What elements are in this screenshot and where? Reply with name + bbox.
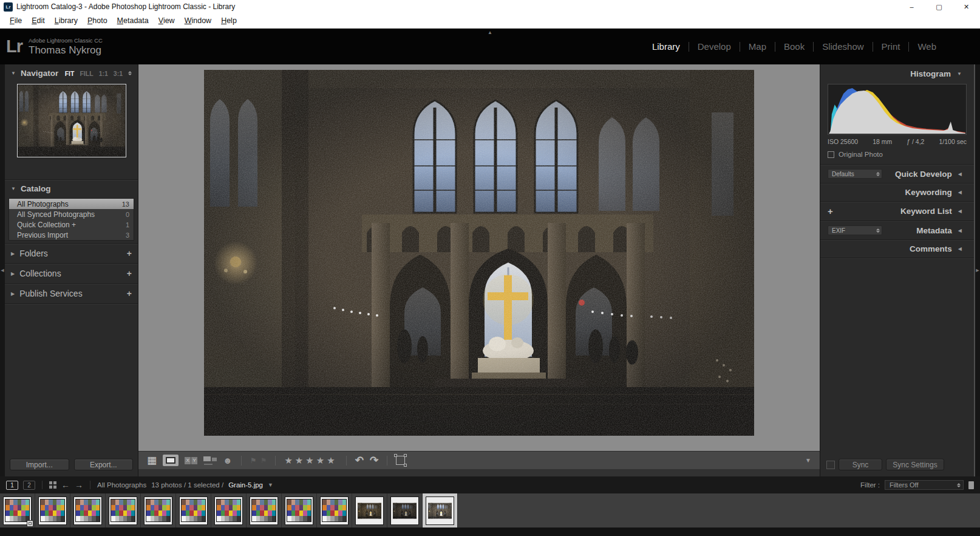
module-library[interactable]: Library xyxy=(644,39,689,54)
filmstrip-thumbnail[interactable] xyxy=(282,493,317,527)
sync-button[interactable]: Sync xyxy=(839,459,882,470)
menu-bar: File Edit Library Photo Metadata View Wi… xyxy=(0,13,980,29)
metadata-section[interactable]: EXIF Metadata ◀ xyxy=(820,221,974,239)
loupe-view-icon[interactable] xyxy=(163,455,179,466)
zoom-mode-spinner-icon[interactable] xyxy=(128,71,132,75)
add-publish-service-button[interactable]: + xyxy=(127,289,132,298)
zoom-mode-fill[interactable]: FILL xyxy=(80,70,93,77)
menu-view[interactable]: View xyxy=(154,15,180,26)
filmstrip-thumbnail[interactable] xyxy=(106,493,141,527)
catalog-header[interactable]: ▼ Catalog xyxy=(5,180,138,197)
comments-title: Comments xyxy=(910,244,952,253)
minimize-button[interactable]: – xyxy=(898,0,925,13)
left-panel: ▼ Navigator FIT FILL 1:1 3:1 ▼ Catalog A… xyxy=(5,64,138,476)
menu-help[interactable]: Help xyxy=(216,15,242,26)
sync-settings-button[interactable]: Sync Settings xyxy=(886,459,944,470)
module-print[interactable]: Print xyxy=(873,39,909,54)
next-photo-arrow[interactable]: → xyxy=(75,480,83,490)
filter-lock-toggle[interactable] xyxy=(968,481,974,489)
filmstrip-thumbnail[interactable] xyxy=(247,493,282,527)
filmstrip-thumbnail[interactable] xyxy=(352,493,387,527)
filmstrip-thumbnail[interactable] xyxy=(211,493,247,527)
navigator-preview[interactable] xyxy=(17,84,126,157)
survey-view-icon[interactable] xyxy=(203,456,217,465)
module-book[interactable]: Book xyxy=(775,39,813,54)
collapse-top-panel-arrow[interactable]: ▲ xyxy=(488,30,492,35)
keywording-section[interactable]: Keywording ◀ xyxy=(820,184,974,201)
filmstrip-thumbnail[interactable] xyxy=(423,493,458,527)
secondary-screen-button[interactable]: 2 xyxy=(23,481,35,490)
main-photo[interactable] xyxy=(204,70,754,436)
grid-overlay-icon[interactable] xyxy=(396,456,405,465)
star-rating[interactable]: ★★★★★ xyxy=(284,455,337,466)
histogram-plot[interactable] xyxy=(828,84,967,135)
catalog-row-quick-collection[interactable]: Quick Collection + 1 xyxy=(9,219,134,230)
filmstrip-thumbnail[interactable] xyxy=(0,493,35,527)
menu-metadata[interactable]: Metadata xyxy=(112,15,154,26)
rotate-left-icon[interactable]: ↶ xyxy=(355,454,364,467)
add-keyword-button[interactable]: + xyxy=(828,206,833,216)
filter-dropdown[interactable]: Filters Off xyxy=(885,480,964,490)
catalog-row-all-photographs[interactable]: All Photographs 13 xyxy=(9,199,134,209)
menu-photo[interactable]: Photo xyxy=(83,15,112,26)
filter-value: Filters Off xyxy=(890,481,918,489)
filmstrip-thumbnail[interactable] xyxy=(317,493,352,527)
zoom-mode-fit[interactable]: FIT xyxy=(65,70,75,77)
source-caret-icon[interactable]: ▼ xyxy=(268,482,273,488)
metadata-view-value: EXIF xyxy=(832,227,845,234)
zoom-mode-1-1[interactable]: 1:1 xyxy=(99,70,108,77)
compare-y-label: Y xyxy=(191,457,197,464)
maximize-button[interactable]: ▢ xyxy=(925,0,953,13)
navigator-header[interactable]: ▼ Navigator FIT FILL 1:1 3:1 xyxy=(5,64,138,81)
histogram-header[interactable]: Histogram ▼ xyxy=(820,64,974,83)
sync-checkbox[interactable] xyxy=(826,461,835,469)
filmstrip-thumbnail[interactable] xyxy=(70,493,106,527)
saved-preset-dropdown[interactable]: Defaults xyxy=(828,169,882,179)
flag-pick-icon[interactable]: ⚑ xyxy=(250,456,257,465)
keyword-list-section[interactable]: + Keyword List ◀ xyxy=(820,202,974,221)
collapse-left-panel-strip[interactable]: ◀ xyxy=(0,64,5,476)
identity-app-line: Adobe Lightroom Classic CC xyxy=(29,37,103,44)
previous-photo-arrow[interactable]: ← xyxy=(61,480,70,490)
rotate-right-icon[interactable]: ↷ xyxy=(370,454,378,467)
zoom-mode-3-1[interactable]: 3:1 xyxy=(114,70,123,77)
module-web[interactable]: Web xyxy=(909,39,945,54)
toolbar-options-caret[interactable]: ▼ xyxy=(805,457,811,464)
catalog-row-all-synced[interactable]: All Synced Photographs 0 xyxy=(9,209,134,219)
filmstrip-thumbnail[interactable] xyxy=(141,493,176,527)
filmstrip-thumbnail[interactable] xyxy=(387,493,423,527)
collapse-right-panel-strip[interactable]: ▶ xyxy=(975,64,980,476)
menu-library[interactable]: Library xyxy=(50,15,83,26)
metadata-view-dropdown[interactable]: EXIF xyxy=(828,225,882,235)
original-photo-checkbox[interactable] xyxy=(828,151,834,158)
filmstrip-thumbnail[interactable] xyxy=(176,493,211,527)
folders-section[interactable]: ▶ Folders + xyxy=(5,244,138,263)
export-button[interactable]: Export... xyxy=(74,459,134,470)
module-map[interactable]: Map xyxy=(740,39,775,54)
add-collection-button[interactable]: + xyxy=(127,269,132,278)
filmstrip-thumbnail[interactable] xyxy=(35,493,70,527)
colorchecker-thumb xyxy=(250,497,277,524)
import-button[interactable]: Import... xyxy=(10,459,69,470)
grid-view-shortcut-icon[interactable] xyxy=(49,481,56,489)
quick-develop-section[interactable]: Defaults Quick Develop ◀ xyxy=(820,165,974,183)
catalog-row-previous-import[interactable]: Previous Import 3 xyxy=(9,230,134,240)
module-develop[interactable]: Develop xyxy=(689,39,740,54)
flag-reject-icon[interactable]: ⚑ xyxy=(260,456,267,465)
menu-file[interactable]: File xyxy=(5,15,27,26)
compare-view-icon[interactable]: X Y xyxy=(185,457,197,464)
thumbnail-badge-icon xyxy=(27,520,33,527)
primary-screen-button[interactable]: 1 xyxy=(6,481,18,490)
app-header: ▲ Lr Adobe Lightroom Classic CC Thomas N… xyxy=(0,29,980,64)
menu-window[interactable]: Window xyxy=(180,15,216,26)
close-button[interactable]: ✕ xyxy=(953,0,980,13)
publish-services-section[interactable]: ▶ Publish Services + xyxy=(5,284,138,303)
module-slideshow[interactable]: Slideshow xyxy=(814,39,872,54)
grid-view-icon[interactable]: ▦ xyxy=(147,454,157,467)
people-view-icon[interactable]: ☻ xyxy=(223,455,233,466)
comments-section[interactable]: Comments ◀ xyxy=(820,240,974,258)
filmstrip-source[interactable]: All Photographs xyxy=(97,481,146,489)
add-folder-button[interactable]: + xyxy=(127,249,132,258)
collections-section[interactable]: ▶ Collections + xyxy=(5,264,138,283)
menu-edit[interactable]: Edit xyxy=(27,15,50,26)
